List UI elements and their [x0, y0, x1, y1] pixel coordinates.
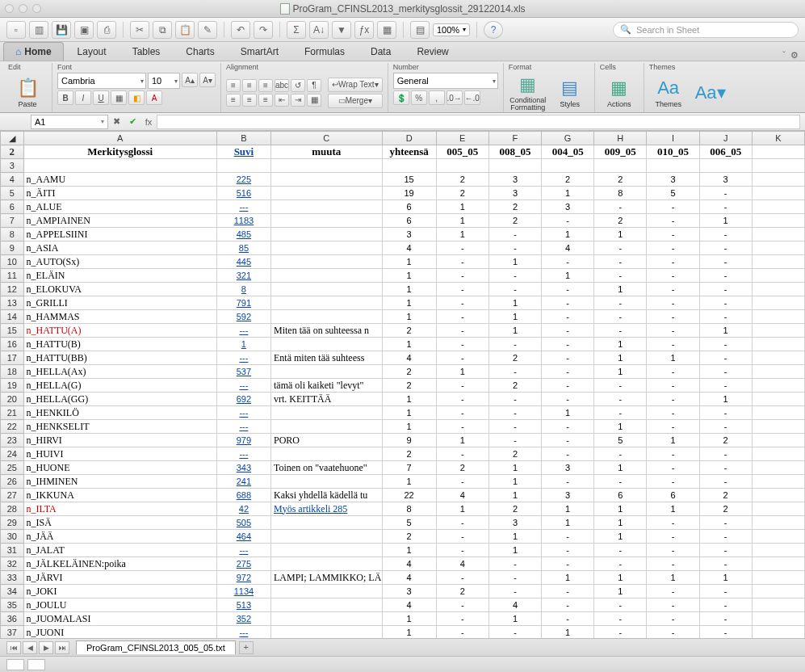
- shrink-font-icon[interactable]: A▾: [199, 73, 216, 87]
- collapse-ribbon-icon[interactable]: ˇ: [782, 50, 786, 61]
- table-row[interactable]: 23n_HIRVI979PORO91--512: [1, 434, 805, 447]
- table-row[interactable]: 27n_IKKUNA688Kaksi yhdellä kädellä tu224…: [1, 489, 805, 502]
- comma-icon[interactable]: ,: [429, 90, 445, 105]
- table-row[interactable]: 36n_JUOMALASI3521-1----: [1, 612, 805, 626]
- zoom-select[interactable]: 100%▾: [433, 23, 470, 36]
- name-box[interactable]: A1▾: [31, 115, 108, 129]
- table-row[interactable]: 14n_HAMMAS5921-1----: [1, 310, 805, 324]
- themes-button[interactable]: AaThemes: [649, 74, 688, 112]
- fx-label[interactable]: fx: [140, 117, 157, 127]
- font-size-select[interactable]: 10: [148, 73, 180, 89]
- table-row[interactable]: 17n_HATTU(BB)---Entä miten tää suhteess4…: [1, 351, 805, 365]
- last-sheet-icon[interactable]: ⏭: [55, 641, 69, 654]
- borders-icon[interactable]: ▦: [111, 90, 127, 105]
- table-row[interactable]: 18n_HELLA(Ax)53721--1--: [1, 365, 805, 379]
- styles-button[interactable]: ▤Styles: [551, 74, 589, 112]
- table-row[interactable]: 11n_ELÄIN3211--1---: [1, 269, 805, 283]
- autosum-icon[interactable]: Σ: [287, 21, 306, 39]
- open-icon[interactable]: ▥: [29, 21, 48, 39]
- page-layout-view-icon[interactable]: [27, 659, 45, 670]
- print-icon[interactable]: ⎙: [97, 21, 116, 39]
- table-row[interactable]: 33n_JÄRVI972LAMPI; LAMMIKKO; LÄ4--1111: [1, 571, 805, 585]
- underline-button[interactable]: U: [93, 90, 109, 105]
- table-row[interactable]: 22n_HENKSELIT---1---1--: [1, 420, 805, 434]
- tab-charts[interactable]: Charts: [174, 42, 226, 61]
- table-row[interactable]: 31n_JALAT---1-1----: [1, 544, 805, 557]
- increase-decimal-icon[interactable]: .0→: [447, 90, 463, 105]
- table-row[interactable]: 16n_HATTU(B)11---1--: [1, 338, 805, 351]
- add-sheet-button[interactable]: +: [239, 641, 254, 654]
- sheet-tab[interactable]: ProGram_CFINSL2013_005_05.txt: [76, 640, 236, 654]
- formula-input[interactable]: [157, 115, 800, 129]
- tab-tables[interactable]: Tables: [120, 42, 173, 61]
- table-row[interactable]: 20n_HELLA(GG)692vrt. KEITTÄÄ1-----1: [1, 393, 805, 406]
- table-row[interactable]: 12n_ELOKUVA81---1--: [1, 283, 805, 296]
- table-row[interactable]: 10n_AUTO(Sx)4451-1----: [1, 255, 805, 269]
- paste-icon[interactable]: 📋: [175, 21, 195, 39]
- save-as-icon[interactable]: ▣: [74, 21, 94, 39]
- tab-smartart[interactable]: SmartArt: [229, 42, 291, 61]
- table-row[interactable]: 4n_AAMU22515232233: [1, 173, 805, 187]
- currency-icon[interactable]: 💲: [393, 90, 409, 105]
- redo-icon[interactable]: ↷: [254, 21, 273, 39]
- table-row[interactable]: 7n_AMPIAINEN1183612-2-1: [1, 214, 805, 228]
- table-row[interactable]: 37n_JUONI---1--1---: [1, 626, 805, 639]
- select-all-corner[interactable]: ◢: [1, 132, 24, 145]
- tab-formulas[interactable]: Formulas: [292, 42, 357, 61]
- number-format-select[interactable]: General: [393, 73, 498, 89]
- percent-icon[interactable]: %: [411, 90, 427, 105]
- search-input[interactable]: 🔍 Search in Sheet: [613, 22, 799, 38]
- worksheet-grid[interactable]: ◢ ABC DEF GHI JK 2MerkitysglossiSuvimuut…: [0, 131, 805, 638]
- first-sheet-icon[interactable]: ⏮: [6, 641, 21, 654]
- table-row[interactable]: 35n_JOULU5134-4----: [1, 598, 805, 612]
- zoom-icon[interactable]: [32, 4, 41, 13]
- cut-icon[interactable]: ✂: [130, 21, 149, 39]
- font-name-select[interactable]: Cambria: [57, 73, 146, 89]
- table-row[interactable]: 6n_ALUE---6123---: [1, 200, 805, 214]
- table-row[interactable]: 30n_JÄÄ4642-1-1--: [1, 530, 805, 544]
- alignment-buttons[interactable]: ≡≡≡ abc↺¶ ≡≡≡ ⇤⇥▦: [226, 79, 321, 107]
- tab-review[interactable]: Review: [405, 42, 460, 61]
- sheet-nav[interactable]: ⏮ ◀ ▶ ⏭: [6, 641, 69, 654]
- close-icon[interactable]: [5, 4, 14, 13]
- next-sheet-icon[interactable]: ▶: [39, 641, 53, 654]
- table-row[interactable]: 25n_HUONE343Toinen on "vaatehuone"72131-…: [1, 461, 805, 475]
- bold-button[interactable]: B: [57, 90, 73, 105]
- gear-icon[interactable]: ⚙: [790, 50, 799, 61]
- new-icon[interactable]: ▫: [6, 21, 26, 39]
- grow-font-icon[interactable]: A▴: [182, 73, 198, 87]
- tab-layout[interactable]: Layout: [65, 42, 119, 61]
- merge-button[interactable]: ▭ Merge ▾: [328, 94, 383, 108]
- tab-data[interactable]: Data: [358, 42, 403, 61]
- decrease-decimal-icon[interactable]: ←.0: [464, 90, 480, 105]
- fill-color-icon[interactable]: ◧: [128, 90, 145, 105]
- undo-icon[interactable]: ↶: [231, 21, 250, 39]
- table-row[interactable]: 24n_HUIVI---2-2----: [1, 447, 805, 461]
- themes-aa-button[interactable]: Aa▾: [691, 74, 730, 112]
- minimize-icon[interactable]: [19, 4, 27, 13]
- table-row[interactable]: 34n_JOKI113432--1--: [1, 585, 805, 598]
- fx-icon[interactable]: ƒx: [354, 21, 374, 39]
- table-row[interactable]: 8n_APPELSIINI48531-11--: [1, 228, 805, 242]
- paste-button[interactable]: 📋Paste: [8, 74, 47, 112]
- table-row[interactable]: 19n_HELLA(G)---tämä oli kaiketi "levyt"2…: [1, 379, 805, 393]
- filter-icon[interactable]: ▼: [332, 21, 351, 39]
- wrap-text-button[interactable]: ↩ Wrap Text ▾: [328, 78, 383, 92]
- table-row[interactable]: 26n_IHMINEN2411-1----: [1, 475, 805, 489]
- table-row[interactable]: 21n_HENKILÖ---1--1---: [1, 406, 805, 420]
- table-row[interactable]: 15n_HATTU(A)---Miten tää on suhteessa n2…: [1, 324, 805, 338]
- italic-button[interactable]: I: [75, 90, 91, 105]
- window-controls[interactable]: [5, 4, 41, 13]
- tab-home[interactable]: ⌂Home: [3, 42, 64, 61]
- actions-button[interactable]: ▦Actions: [600, 74, 639, 112]
- help-icon[interactable]: ?: [484, 21, 503, 39]
- sort-icon[interactable]: A↓: [309, 21, 329, 39]
- cancel-formula-icon[interactable]: ✖: [108, 116, 124, 127]
- copy-icon[interactable]: ⧉: [153, 21, 172, 39]
- save-icon[interactable]: 💾: [52, 21, 71, 39]
- table-row[interactable]: 29n_ISÄ5055-311--: [1, 516, 805, 530]
- show-formulas-icon[interactable]: ▦: [377, 21, 396, 39]
- table-row[interactable]: 28n_ILTA42Myös artikkeli 2858121112: [1, 502, 805, 516]
- normal-view-icon[interactable]: [6, 659, 24, 670]
- table-row[interactable]: 32n_JÄLKELÄINEN:poika27544-----: [1, 557, 805, 571]
